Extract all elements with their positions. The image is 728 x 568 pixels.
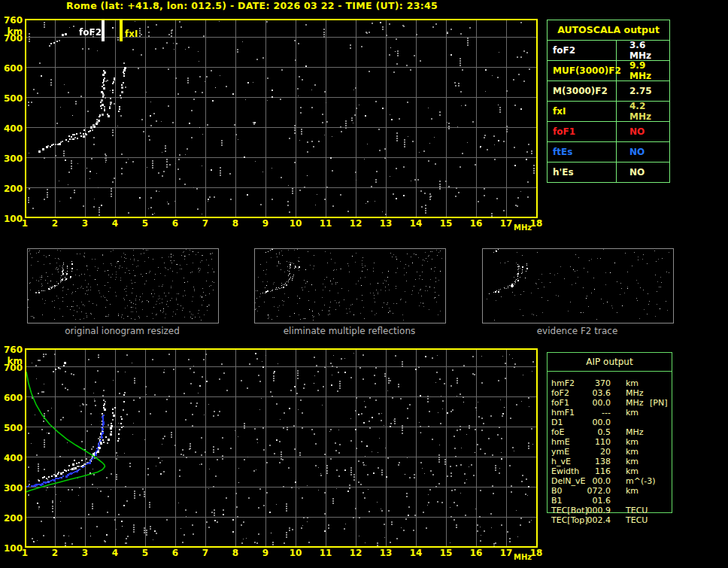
x-tick-label: 8 (226, 219, 244, 229)
autoscala-row-value: NO (617, 163, 669, 182)
aip-row-value: 01.6 (551, 496, 611, 506)
x-tick-label: 14 (407, 219, 425, 229)
aip-row-unit: km (626, 466, 639, 476)
panel-caption-eliminate: eliminate multiple reflections (254, 326, 444, 336)
x-tick-label: 7 (196, 219, 214, 229)
y-tick-label: 700 (0, 363, 23, 373)
aip-row: h_vE138km (551, 457, 670, 466)
x-tick-label: 12 (347, 219, 365, 229)
eliminate-reflections-canvas (255, 249, 444, 321)
fof2-marker-label: foF2 (76, 27, 102, 38)
autoscala-row-label: ftEs (548, 142, 617, 162)
autoscala-table-rows: foF23.6 MHzMUF(3000)F29.9 MHzM(3000)F22.… (548, 41, 669, 182)
aip-row: foF203.6MHz (551, 388, 670, 398)
aip-row-unit: MHz (626, 398, 644, 408)
aip-row-unit: km (626, 457, 639, 466)
x-tick-label: 2 (46, 548, 64, 558)
aip-row-value: 00.0 (551, 476, 611, 486)
y-tick-label: 200 (0, 184, 23, 194)
autoscala-table-header: AUTOSCALA output (548, 20, 669, 41)
x-tick-label: 16 (467, 548, 485, 558)
aip-row-value: 138 (551, 457, 611, 466)
aip-row: hmF2370km (551, 378, 670, 388)
top-ionogram-canvas (25, 19, 538, 218)
aip-row-unit: km (626, 447, 639, 457)
x-tick-label: 13 (377, 548, 395, 558)
aip-row: ymE20km (551, 447, 670, 457)
aip-row-value: --- (551, 408, 611, 418)
aip-row-value: 00.0 (551, 398, 611, 408)
x-tick-label: 13 (377, 219, 395, 229)
fxi-marker-label: fxI (125, 29, 138, 39)
aip-row-value: 370 (551, 378, 611, 388)
aip-row-note: [PN] (650, 398, 667, 408)
x-tick-label: 15 (437, 219, 455, 229)
y-tick-label: 500 (0, 94, 23, 104)
x-tick-label: 9 (256, 219, 275, 229)
y-tick-label: 300 (0, 484, 23, 494)
page-title: Rome (lat: +41.8, lon: 012.5) - DATE: 20… (66, 0, 438, 11)
aip-row-value: 000.9 (551, 506, 611, 515)
x-tick-label: 8 (226, 548, 244, 558)
aip-row-value: 03.6 (551, 388, 611, 398)
x-tick-label: 2 (46, 219, 64, 229)
aip-row-value: 116 (551, 466, 611, 476)
autoscala-row-label: fxI (548, 102, 617, 121)
x-tick-label: 4 (106, 548, 124, 558)
aip-row-value: 072.0 (551, 486, 611, 496)
y-tick-label: 300 (0, 154, 23, 164)
aip-row-value: 20 (551, 447, 611, 457)
aip-row: Ewidth116km (551, 466, 670, 476)
aip-row-value: 002.4 (551, 515, 611, 525)
x-tick-label: 6 (166, 548, 184, 558)
aip-row: B101.6 (551, 496, 670, 506)
aip-row: TEC[Top]002.4TECU (551, 515, 670, 525)
aip-row: hmE110km (551, 437, 670, 447)
x-tick-label: 11 (317, 219, 335, 229)
y-tick-label: 760 (0, 16, 23, 26)
aip-row-unit: TECU (626, 506, 648, 515)
autoscala-row-label: h'Es (548, 163, 617, 182)
aip-row: hmF1---km (551, 408, 670, 418)
aip-row-value: 110 (551, 437, 611, 447)
x-tick-label: 5 (136, 219, 154, 229)
autoscala-row-value: 9.9 MHz (617, 61, 669, 80)
x-tick-label: 14 (407, 548, 425, 558)
x-tick-label: 18 (527, 219, 545, 229)
autoscala-row-label: foF1 (548, 122, 617, 141)
x-tick-label: 9 (256, 548, 275, 558)
panel-caption-original: original ionogram resized (27, 326, 217, 336)
y-tick-label: 400 (0, 124, 23, 134)
y-tick-label: 100 (0, 544, 23, 554)
y-tick-label: 760 (0, 345, 23, 355)
autoscala-row-value: NO (617, 142, 669, 162)
x-tick-label: 16 (467, 219, 485, 229)
aip-row-unit: MHz (626, 388, 644, 398)
panel-evidence-f2-trace (482, 248, 674, 323)
aip-row-unit: km (626, 437, 639, 447)
evidence-f2-trace-canvas (483, 249, 672, 321)
y-tick-label: 600 (0, 64, 23, 74)
original-ionogram-canvas (28, 249, 217, 321)
aip-row: foF100.0MHz[PN] (551, 398, 670, 408)
panel-caption-evidence: evidence F2 trace (482, 326, 672, 336)
aip-row: foE0.5MHz (551, 427, 670, 437)
aip-row-value: 0.5 (551, 427, 611, 437)
autoscala-row: foF23.6 MHz (548, 41, 669, 61)
x-tick-label: 4 (106, 219, 124, 229)
aip-row: TEC[Bot]000.9TECU (551, 506, 670, 515)
y-tick-label: 700 (0, 34, 23, 44)
autoscala-row-value: 4.2 MHz (617, 102, 669, 121)
aip-row-unit: km (626, 378, 639, 388)
aip-row-unit: km (626, 486, 639, 496)
panel-eliminate-reflections (254, 248, 446, 323)
x-tick-label: 17 (497, 548, 515, 558)
stage: Rome (lat: +41.8, lon: 012.5) - DATE: 20… (0, 0, 728, 568)
x-tick-label: 3 (76, 219, 94, 229)
panel-original-ionogram (27, 248, 219, 323)
x-tick-label: 6 (166, 219, 184, 229)
aip-row: B0072.0km (551, 486, 670, 496)
x-tick-label: 15 (437, 548, 455, 558)
aip-row-unit: m^(-3) (626, 476, 655, 486)
aip-row: DelN_vE00.0m^(-3) (551, 476, 670, 486)
